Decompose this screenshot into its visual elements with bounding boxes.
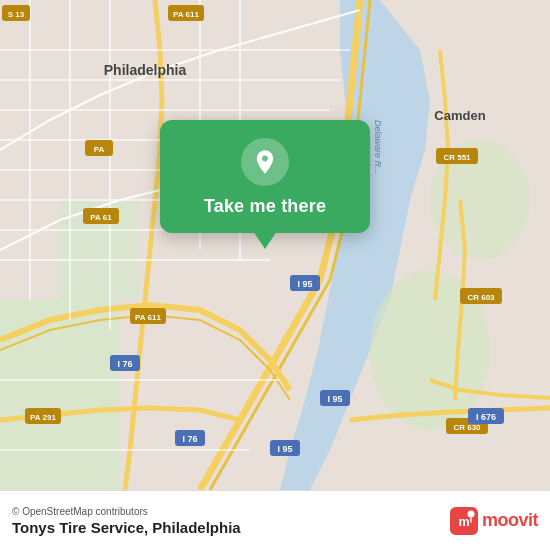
svg-text:CR 551: CR 551: [443, 153, 471, 162]
moovit-brand-icon: m: [450, 507, 478, 535]
svg-text:I 76: I 76: [117, 359, 132, 369]
svg-text:I 76: I 76: [182, 434, 197, 444]
svg-text:Camden: Camden: [434, 108, 485, 123]
popup-card[interactable]: Take me there: [160, 120, 370, 233]
bottom-left: © OpenStreetMap contributors Tonys Tire …: [12, 506, 241, 536]
take-me-there-button-label: Take me there: [204, 196, 326, 217]
svg-text:PA 61: PA 61: [90, 213, 112, 222]
location-icon-wrapper: [241, 138, 289, 186]
osm-attribution: © OpenStreetMap contributors: [12, 506, 241, 517]
svg-text:I 95: I 95: [327, 394, 342, 404]
location-pin-icon: [251, 148, 279, 176]
svg-text:PA: PA: [94, 145, 105, 154]
svg-text:CR 630: CR 630: [453, 423, 481, 432]
svg-text:S 13: S 13: [8, 10, 25, 19]
svg-point-56: [467, 510, 474, 517]
place-name: Tonys Tire Service, Philadelphia: [12, 519, 241, 536]
svg-text:CR 603: CR 603: [467, 293, 495, 302]
svg-text:PA 611: PA 611: [173, 10, 199, 19]
bottom-bar: © OpenStreetMap contributors Tonys Tire …: [0, 490, 550, 550]
svg-text:Philadelphia: Philadelphia: [104, 62, 187, 78]
svg-text:PA 291: PA 291: [30, 413, 56, 422]
svg-text:PA 611: PA 611: [135, 313, 161, 322]
map-container: I 95 I 95 I 76 I 76 I 95 PA 61 PA 611 PA…: [0, 0, 550, 490]
moovit-logo: m moovit: [450, 507, 538, 535]
svg-text:Delaware R...: Delaware R...: [373, 120, 383, 175]
svg-text:I 676: I 676: [476, 412, 496, 422]
moovit-brand-label: moovit: [482, 510, 538, 531]
svg-text:m: m: [458, 514, 469, 528]
svg-text:I 95: I 95: [277, 444, 292, 454]
svg-text:I 95: I 95: [297, 279, 312, 289]
